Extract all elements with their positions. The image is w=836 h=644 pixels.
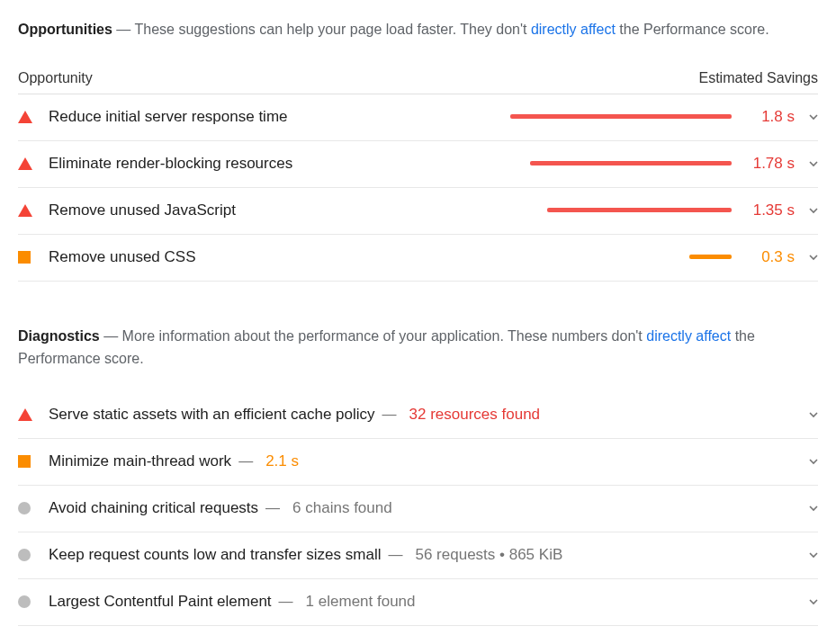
expand-cell[interactable]	[795, 550, 818, 559]
expand-cell[interactable]	[795, 410, 818, 419]
chevron-down-icon	[809, 504, 818, 513]
dash-separator: —	[382, 407, 397, 423]
chevron-down-icon	[809, 457, 818, 466]
triangle-red-icon	[18, 204, 32, 217]
opportunity-label: Reduce initial server response time	[49, 108, 288, 126]
severity-icon	[18, 502, 49, 514]
savings-value: 0.3 s	[742, 248, 795, 266]
circle-gray-icon	[18, 502, 31, 514]
chevron-down-icon	[809, 159, 818, 168]
square-orange-icon	[18, 251, 31, 264]
square-orange-icon	[18, 455, 31, 468]
diagnostic-detail: 56 requests • 865 KiB	[415, 546, 562, 564]
opportunity-label: Remove unused CSS	[49, 248, 195, 266]
savings-bar-track	[247, 208, 732, 213]
savings-value: 1.78 s	[742, 155, 795, 173]
col-opportunity: Opportunity	[18, 70, 93, 86]
chevron-down-icon	[809, 410, 818, 419]
savings-bar	[530, 161, 732, 165]
severity-icon	[18, 408, 49, 421]
savings-bar	[689, 255, 732, 259]
severity-icon	[18, 595, 49, 608]
diagnostics-title: Diagnostics	[18, 328, 100, 344]
diagnostics-desc-link[interactable]: directly affect	[646, 328, 731, 344]
opportunities-title: Opportunities	[18, 22, 112, 37]
dash-separator: —	[388, 547, 402, 563]
triangle-red-icon	[18, 111, 32, 123]
opportunities-table-header: Opportunity Estimated Savings	[18, 63, 818, 94]
savings-value: 1.8 s	[742, 108, 795, 126]
circle-gray-icon	[18, 549, 31, 561]
chevron-down-icon	[809, 112, 818, 121]
diagnostic-row[interactable]: Keep request counts low and transfer siz…	[18, 532, 818, 579]
opportunities-rows: Reduce initial server response time1.8 s…	[18, 94, 818, 282]
savings-bar-track	[299, 114, 732, 120]
diagnostic-label: Avoid chaining critical requests	[49, 499, 258, 517]
savings-bar-track	[303, 161, 732, 166]
expand-cell[interactable]	[795, 159, 818, 168]
chevron-down-icon	[809, 597, 818, 606]
savings-value: 1.35 s	[742, 201, 795, 219]
diagnostic-label: Largest Contentful Paint element	[49, 593, 272, 611]
opportunity-row[interactable]: Reduce initial server response time1.8 s	[18, 94, 818, 141]
opportunities-desc-prefix: — These suggestions can help your page l…	[116, 22, 531, 37]
diagnostics-desc-prefix: — More information about the performance…	[103, 328, 646, 344]
severity-icon	[18, 251, 49, 264]
diagnostic-row[interactable]: Serve static assets with an efficient ca…	[18, 392, 818, 439]
expand-cell[interactable]	[795, 253, 818, 262]
dash-separator: —	[279, 594, 293, 610]
savings-bar-track	[206, 255, 732, 260]
diagnostic-row[interactable]: Avoid chaining critical requests—6 chain…	[18, 486, 818, 532]
opportunities-header: Opportunities — These suggestions can he…	[18, 18, 818, 41]
expand-cell[interactable]	[795, 457, 818, 466]
opportunity-label: Remove unused JavaScript	[49, 201, 236, 219]
chevron-down-icon	[809, 206, 818, 215]
opportunity-row[interactable]: Remove unused CSS0.3 s	[18, 235, 818, 282]
diagnostic-detail: 6 chains found	[292, 499, 392, 517]
diagnostics-rows: Serve static assets with an efficient ca…	[18, 392, 818, 626]
severity-icon	[18, 455, 49, 468]
chevron-down-icon	[809, 550, 818, 559]
savings-bar	[547, 208, 732, 212]
expand-cell[interactable]	[795, 504, 818, 513]
diagnostic-detail: 2.1 s	[265, 452, 299, 470]
opportunity-row[interactable]: Remove unused JavaScript1.35 s	[18, 188, 818, 235]
opportunities-desc-suffix: the Performance score.	[616, 22, 769, 37]
expand-cell[interactable]	[795, 112, 818, 121]
triangle-red-icon	[18, 157, 32, 170]
diagnostic-detail: 32 resources found	[409, 406, 541, 424]
expand-cell[interactable]	[795, 206, 818, 215]
severity-icon	[18, 157, 49, 170]
savings-bar	[510, 114, 732, 119]
opportunity-row[interactable]: Eliminate render-blocking resources1.78 …	[18, 141, 818, 188]
diagnostic-row[interactable]: Minimize main-thread work—2.1 s	[18, 439, 818, 486]
triangle-red-icon	[18, 408, 32, 421]
diagnostic-label: Minimize main-thread work	[49, 452, 231, 470]
dash-separator: —	[238, 453, 253, 470]
circle-gray-icon	[18, 595, 31, 608]
diagnostic-row[interactable]: Largest Contentful Paint element—1 eleme…	[18, 579, 818, 626]
severity-icon	[18, 204, 49, 217]
diagnostic-label: Keep request counts low and transfer siz…	[49, 546, 381, 564]
diagnostics-header: Diagnostics — More information about the…	[18, 325, 818, 371]
chevron-down-icon	[809, 253, 818, 262]
diagnostic-label: Serve static assets with an efficient ca…	[49, 406, 375, 424]
col-savings: Estimated Savings	[698, 70, 818, 86]
opportunity-label: Eliminate render-blocking resources	[49, 155, 292, 173]
expand-cell[interactable]	[795, 597, 818, 606]
opportunities-desc-link[interactable]: directly affect	[531, 22, 616, 37]
dash-separator: —	[265, 500, 280, 516]
diagnostic-detail: 1 element found	[306, 593, 416, 611]
severity-icon	[18, 549, 49, 561]
severity-icon	[18, 111, 49, 123]
